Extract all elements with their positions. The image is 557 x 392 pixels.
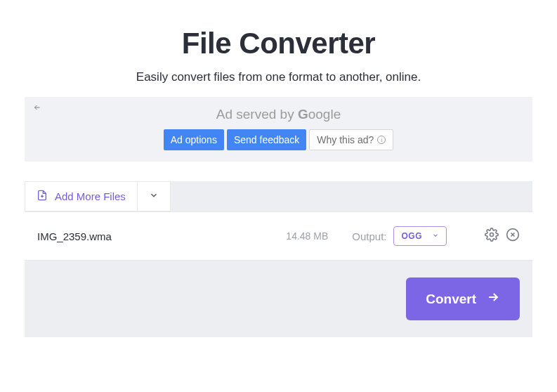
page-subtitle: Easily convert files from one format to …	[0, 70, 557, 84]
add-more-files-label: Add More Files	[55, 190, 126, 202]
converter-panel: Add More Files IMG_2359.wma 14.48 MB Out…	[25, 181, 532, 337]
send-feedback-button[interactable]: Send feedback	[227, 129, 306, 150]
remove-file-button[interactable]	[506, 228, 520, 244]
add-more-files-button[interactable]: Add More Files	[25, 181, 138, 211]
ad-options-button[interactable]: Ad options	[164, 129, 224, 150]
page-title: File Converter	[0, 27, 557, 60]
back-arrow-icon[interactable]	[33, 103, 41, 114]
add-files-dropdown[interactable]	[138, 181, 171, 211]
output-format-value: OGG	[401, 231, 422, 241]
close-icon	[506, 228, 520, 244]
arrow-right-icon	[486, 290, 500, 308]
chevron-down-icon	[149, 190, 159, 203]
output-format-select[interactable]: OGG	[393, 226, 447, 246]
add-file-icon	[37, 190, 48, 203]
info-icon: i	[377, 136, 386, 144]
file-row: IMG_2359.wma 14.48 MB Output: OGG	[25, 211, 532, 261]
output-label: Output:	[352, 230, 386, 242]
chevron-down-icon	[432, 231, 439, 241]
why-this-ad-button[interactable]: Why this ad? i	[309, 129, 393, 150]
svg-point-0	[490, 233, 494, 237]
file-name: IMG_2359.wma	[37, 230, 286, 242]
settings-button[interactable]	[485, 228, 499, 244]
ad-served-by-text: Ad served by Google	[32, 107, 525, 122]
convert-button[interactable]: Convert	[406, 277, 520, 320]
gear-icon	[485, 228, 499, 244]
file-size: 14.48 MB	[286, 230, 328, 242]
ad-panel: Ad served by Google Ad options Send feed…	[25, 97, 532, 162]
convert-label: Convert	[426, 292, 476, 307]
